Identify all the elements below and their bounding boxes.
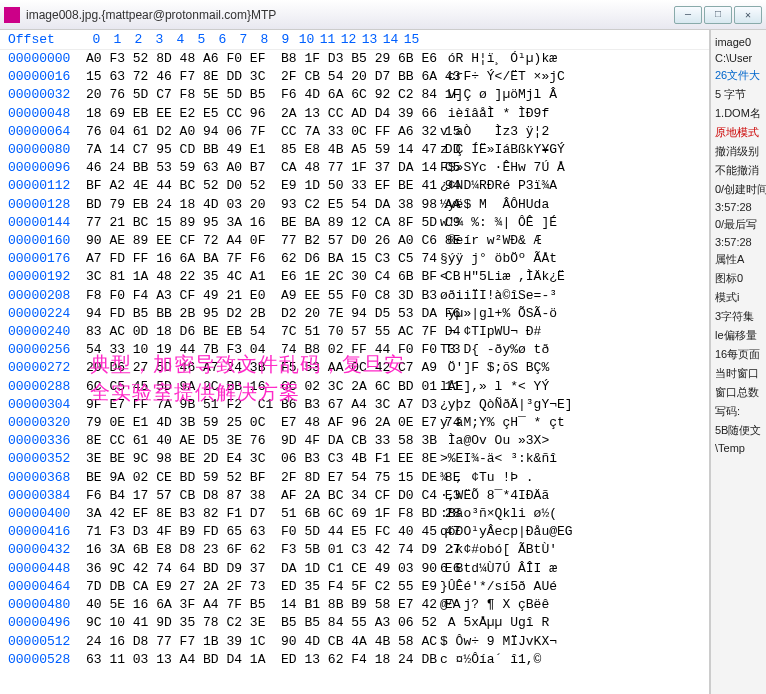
hex-row[interactable]: 0000016090 AE 89 EE CF 72 A4 0F 77 B2 57… [0, 232, 709, 250]
close-button[interactable]: ✕ [734, 6, 762, 24]
minimize-button[interactable]: — [674, 6, 702, 24]
hex-row[interactable]: 000004969C 10 41 9D 35 78 C2 3E B5 B5 84… [0, 614, 709, 632]
hex-cell[interactable]: 6C C5 45 5D 9A 2C BB 16 6C 02 3C 2A 6C B… [86, 378, 430, 396]
hex-row[interactable]: 0000022494 FD B5 BB 2B 95 D2 2B D2 20 7E… [0, 305, 709, 323]
side-item[interactable]: 0/最后写 [713, 215, 764, 234]
side-item[interactable]: 1.DOM名 [713, 104, 764, 123]
hex-row[interactable]: 0000051224 16 D8 77 F7 1B 39 1C 90 4D CB… [0, 633, 709, 651]
ascii-cell[interactable]: ýµ»|gl+% ÕSÃ-ö [440, 305, 590, 323]
ascii-cell[interactable]: ¿yþz QòÑðÄ|³gY¬E] [440, 396, 590, 414]
ascii-cell[interactable]: v]Ç ø ]µöMjl Â [440, 86, 590, 104]
side-item[interactable]: 写码: [713, 402, 764, 421]
hex-cell[interactable]: BF A2 4E 44 BC 52 D0 52 E9 1D 50 33 EF B… [86, 177, 430, 195]
hex-rows[interactable]: 00000000A0 F3 52 8D 48 A6 F0 EF B8 1F D3… [0, 50, 709, 669]
ascii-cell[interactable]: øðiiÏI!à©îSe=-³ [440, 287, 590, 305]
hex-cell[interactable]: A0 F3 52 8D 48 A6 F0 EF B8 1F D3 B5 29 6… [86, 50, 430, 68]
hex-row[interactable]: 000002886C C5 45 5D 9A 2C BB 16 6C 02 3C… [0, 378, 709, 396]
hex-cell[interactable]: BD 79 EB 24 18 4D 03 20 93 C2 E5 54 DA 3… [86, 196, 430, 214]
hex-row[interactable]: 0000044836 9C 42 74 64 BD D9 37 DA 1D C1… [0, 560, 709, 578]
side-item[interactable]: 5B随便文 [713, 421, 764, 440]
hex-cell[interactable]: 94 FD B5 BB 2B 95 D2 2B D2 20 7E 94 D5 5… [86, 305, 430, 323]
side-item[interactable]: 16每页面 [713, 345, 764, 364]
hex-row[interactable]: 0000009646 24 BB 53 59 63 A0 B7 CA 48 77… [0, 159, 709, 177]
side-item[interactable]: 属性A [713, 250, 764, 269]
ascii-cell[interactable]: :k¢#obó[ ÃBtÙ' [440, 541, 590, 559]
hex-row[interactable]: 00000128BD 79 EB 24 18 4D 03 20 93 C2 E5… [0, 196, 709, 214]
ascii-cell[interactable]: w!¼ %: ¾| ÔÊ ]É [440, 214, 590, 232]
maximize-button[interactable]: □ [704, 6, 732, 24]
hex-cell[interactable]: 18 69 EB EE E2 E5 CC 96 2A 13 CC AD D4 3… [86, 105, 430, 123]
hex-cell[interactable]: 71 F3 D3 4F B9 FD 65 63 F0 5D 44 E5 FC 4… [86, 523, 430, 541]
ascii-cell[interactable]: ·,WËÕ 8¯*4IÐÄã [440, 487, 590, 505]
ascii-cell[interactable]: c ¤½Ôía´ î1,© [440, 651, 590, 669]
hex-row[interactable]: 000003049F E7 FF 7A 9B 51 F2 C1 B6 B3 67… [0, 396, 709, 414]
ascii-cell[interactable]: ®eír w²WÐ& Æ [440, 232, 590, 250]
ascii-cell[interactable]: @^ j? ¶ X çBëê [440, 596, 590, 614]
ascii-cell[interactable]: Ìa@Ov Ou »3X> [440, 432, 590, 450]
hex-row[interactable]: 0000006476 04 61 D2 A0 94 06 7F CC 7A 33… [0, 123, 709, 141]
hex-cell[interactable]: 9C 10 41 9D 35 78 C2 3E B5 B5 84 55 A3 0… [86, 614, 430, 632]
hex-row[interactable]: 000003523E BE 9C 98 BE 2D E4 3C 06 B3 C3… [0, 450, 709, 468]
hex-row[interactable]: 000000807A 14 C7 95 CD BB 49 E1 85 E8 4B… [0, 141, 709, 159]
ascii-cell[interactable]: }ÛÊé'*/sí5ð AUé [440, 578, 590, 596]
ascii-cell[interactable]: ièîâåÌ * ÌÐ9f [440, 105, 590, 123]
side-item[interactable]: 模式i [713, 288, 764, 307]
hex-cell[interactable]: 20 76 5D C7 F8 5E 5D B5 F6 4D 6A 6C 92 C… [86, 86, 430, 104]
side-item[interactable]: 不能撤消 [713, 161, 764, 180]
hex-row[interactable]: 0000025654 33 10 19 44 7B F3 04 74 B8 02… [0, 341, 709, 359]
ascii-cell[interactable]: T3 D{ -ðy%ø tð [440, 341, 590, 359]
side-item[interactable]: 3:57:28 [713, 234, 764, 250]
hex-cell[interactable]: F8 F0 F4 A3 CF 49 21 E0 A9 EE 55 F0 C8 3… [86, 287, 430, 305]
hex-cell[interactable]: 15 63 72 46 F7 8E DD 3C 2F CB 54 20 D7 B… [86, 68, 430, 86]
hex-cell[interactable]: 46 24 BB 53 59 63 A0 B7 CA 48 77 1F 37 D… [86, 159, 430, 177]
titlebar[interactable]: image008.jpg.{mattpear@protonmail.com}MT… [0, 0, 766, 30]
hex-row[interactable]: 0000032079 0E E1 4D 3B 59 25 0C E7 48 AF… [0, 414, 709, 432]
hex-row[interactable]: 000003368E CC 61 40 AE D5 3E 76 9D 4F DA… [0, 432, 709, 450]
side-panel[interactable]: image0C:\User26文件大5 字节1.DOM名原地模式撤消级别不能撤消… [710, 30, 766, 694]
side-item[interactable]: 窗口总数 [713, 383, 764, 402]
hex-cell[interactable]: 36 9C 42 74 64 BD D9 37 DA 1D C1 CE 49 0… [86, 560, 430, 578]
hex-cell[interactable]: 20 D6 27 5D 46 A7 24 3B F5 53 AA 0C 42 C… [86, 359, 430, 377]
hex-row[interactable]: 0000024083 AC 0D 18 D6 BE EB 54 7C 51 70… [0, 323, 709, 341]
hex-cell[interactable]: 7D DB CA E9 27 2A 2F 73 ED 35 F4 5F C2 5… [86, 578, 430, 596]
hex-row[interactable]: 0000041671 F3 D3 4F B9 FD 65 63 F0 5D 44… [0, 523, 709, 541]
side-item[interactable]: 3字符集 [713, 307, 764, 326]
ascii-cell[interactable]: :Bâo³ñ×Qkli ø½( [440, 505, 590, 523]
hex-cell[interactable]: 54 33 10 19 44 7B F3 04 74 B8 02 FF 44 F… [86, 341, 430, 359]
side-item[interactable]: 当时窗口 [713, 364, 764, 383]
hex-cell[interactable]: 7A 14 C7 95 CD BB 49 E1 85 E8 4B A5 59 1… [86, 141, 430, 159]
hex-cell[interactable]: 24 16 D8 77 F7 1B 39 1C 90 4D CB 4A 4B 5… [86, 633, 430, 651]
ascii-cell[interactable]: Ö']F $;õS BÇ% [440, 359, 590, 377]
hex-row[interactable]: 00000208F8 F0 F4 A3 CF 49 21 E0 A9 EE 55… [0, 287, 709, 305]
hex-row[interactable]: 000001923C 81 1A 48 22 35 4C A1 E6 1E 2C… [0, 268, 709, 286]
hex-cell[interactable]: 77 21 BC 15 89 95 3A 16 BE BA 89 12 CA 8… [86, 214, 430, 232]
side-item[interactable]: image0 [713, 34, 764, 50]
ascii-cell[interactable]: ¾ , ¢Tu !Þ . [440, 469, 590, 487]
ascii-cell[interactable]: ¬ ¢TIpWU¬ Ð# [440, 323, 590, 341]
hex-cell[interactable]: 40 5E 16 6A 3F A4 7F B5 14 B1 8B B9 58 E… [86, 596, 430, 614]
side-item[interactable]: 26文件大 [713, 66, 764, 85]
hex-panel[interactable]: Offset 0123456789101112131415 00000000A0… [0, 30, 710, 694]
ascii-cell[interactable]: >%EI¾-ä< ³:k&ñî [440, 450, 590, 468]
hex-row[interactable]: 0000014477 21 BC 15 89 95 3A 16 BE BA 89… [0, 214, 709, 232]
hex-cell[interactable]: 90 AE 89 EE CF 72 A4 0F 77 B2 57 D0 26 A… [86, 232, 430, 250]
ascii-cell[interactable]: ¿¢ND¼RÐRé P3ï¾A [440, 177, 590, 195]
hex-cell[interactable]: 3E BE 9C 98 BE 2D E4 3C 06 B3 C3 4B F1 E… [86, 450, 430, 468]
ascii-cell[interactable]: crF÷ Ý</ËT ×»jC [440, 68, 590, 86]
ascii-cell[interactable]: A 5xÅµµ Ugî R [440, 614, 590, 632]
hex-row[interactable]: 00000176A7 FD FF 16 6A BA 7F F6 62 D6 BA… [0, 250, 709, 268]
hex-row[interactable]: 0000004818 69 EB EE E2 E5 CC 96 2A 13 CC… [0, 105, 709, 123]
ascii-cell[interactable]: F$»SYc ·ÊHw 7Ú Å [440, 159, 590, 177]
ascii-cell[interactable]: óR H¦ï¸ Ó¹µ)kæ [440, 50, 590, 68]
side-item[interactable]: 撤消级别 [713, 142, 764, 161]
ascii-cell[interactable]: v aÒ Ìz3 ÿ¦2 [440, 123, 590, 141]
hex-row[interactable]: 00000000A0 F3 52 8D 48 A6 F0 EF B8 1F D3… [0, 50, 709, 68]
hex-row[interactable]: 0000048040 5E 16 6A 3F A4 7F B5 14 B1 8B… [0, 596, 709, 614]
ascii-cell[interactable]: qóÐO¹yÂecp|Ðåu@EG [440, 523, 590, 541]
hex-row[interactable]: 0000003220 76 5D C7 F8 5E 5D B5 F6 4D 6A… [0, 86, 709, 104]
hex-cell[interactable]: 83 AC 0D 18 D6 BE EB 54 7C 51 70 57 55 A… [86, 323, 430, 341]
side-item[interactable]: C:\User [713, 50, 764, 66]
hex-cell[interactable]: 3C 81 1A 48 22 35 4C A1 E6 1E 2C 30 C4 6… [86, 268, 430, 286]
hex-row[interactable]: 000004003A 42 EF 8E B3 82 F1 D7 51 6B 6C… [0, 505, 709, 523]
side-item[interactable]: 5 字节 [713, 85, 764, 104]
